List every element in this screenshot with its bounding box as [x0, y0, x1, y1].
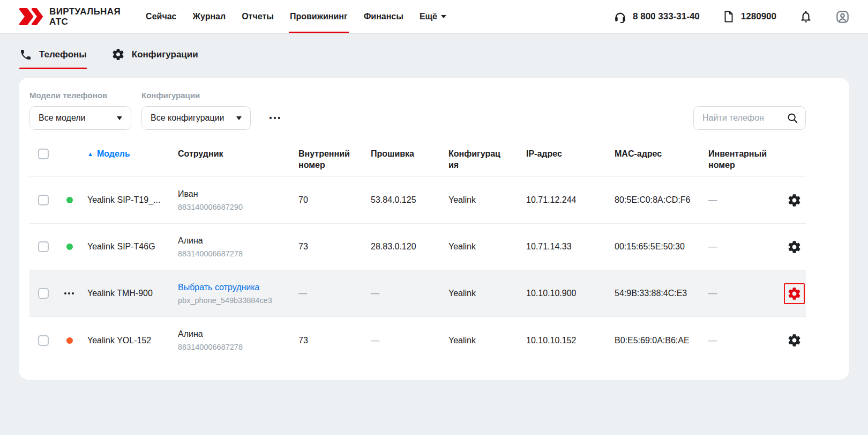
- nav-provisioning[interactable]: Провижининг: [282, 0, 356, 33]
- cell-firmware: —: [371, 289, 448, 298]
- employee-name: Алина: [178, 329, 298, 339]
- row-checkbox[interactable]: [38, 335, 49, 346]
- row-checkbox[interactable]: [38, 195, 49, 205]
- nav-now[interactable]: Сейчас: [138, 0, 184, 33]
- row-settings-button[interactable]: [787, 333, 802, 348]
- row-settings-button[interactable]: [787, 193, 802, 208]
- column-header-configuration: Конфигурация: [448, 149, 504, 171]
- column-header-model-label: Модель: [97, 149, 130, 160]
- row-settings-button[interactable]: [787, 240, 802, 254]
- cell-employee: Алина 883140006687278: [178, 236, 298, 258]
- column-header-inventory: Инвентарный номер: [708, 149, 772, 171]
- status-online-icon: [66, 197, 73, 203]
- column-header-firmware: Прошивка: [371, 149, 448, 160]
- row-checkbox[interactable]: [38, 241, 49, 252]
- row-checkbox[interactable]: [38, 288, 49, 299]
- configurations-select-value: Все конфигурации: [151, 113, 225, 123]
- cell-employee: Иван 883140006687290: [178, 189, 298, 211]
- choose-employee-link[interactable]: Выбрать сотрудника: [178, 283, 298, 292]
- cell-model: Yealink TMH-900: [87, 289, 178, 298]
- gear-icon: [787, 193, 802, 208]
- cell-ip: 10.10.10.152: [526, 336, 615, 345]
- column-header-mac: MAC-адрес: [615, 149, 708, 160]
- employee-name: Алина: [178, 236, 298, 246]
- employee-id: 883140006687278: [178, 249, 298, 258]
- search-input[interactable]: [702, 113, 787, 123]
- configurations-select[interactable]: Все конфигурации: [141, 106, 251, 130]
- brand-logo[interactable]: ВИРТУАЛЬНАЯ АТС: [18, 6, 121, 27]
- filter-models-label: Модели телефонов: [29, 91, 131, 100]
- table-header-row: ▲ Модель Сотрудник Внутренний номер Прош…: [29, 142, 806, 177]
- section-tabs: Телефоны Конфигурации: [0, 33, 868, 69]
- employee-id: 883140006687278: [178, 343, 298, 351]
- table-row: Yealink YOL-152 Алина 883140006687278 73…: [29, 317, 806, 364]
- cell-model: Yealink YOL-152: [87, 336, 178, 345]
- cell-firmware: 28.83.0.120: [371, 242, 448, 252]
- cell-extension: 73: [298, 242, 371, 252]
- models-select[interactable]: Все модели: [29, 106, 131, 130]
- notifications-button[interactable]: [799, 10, 813, 24]
- table-row-highlighted: Yealink TMH-900 Выбрать сотрудника pbx_p…: [29, 270, 806, 317]
- nav-reports[interactable]: Отчеты: [234, 0, 282, 33]
- row-settings-button[interactable]: [787, 286, 802, 301]
- cell-ip: 10.71.12.244: [526, 195, 615, 205]
- cell-model: Yealink SIP-T19_...: [87, 195, 178, 205]
- phone-icon: [19, 48, 32, 61]
- support-phone[interactable]: 8 800 333-31-40: [613, 10, 700, 24]
- nav-more[interactable]: Ещё: [411, 0, 454, 33]
- cell-configuration: Yealink: [448, 289, 526, 298]
- sort-ascending-icon: ▲: [87, 150, 93, 158]
- search-box: [693, 106, 806, 130]
- cell-extension: 70: [298, 195, 371, 205]
- cell-ip: 10.10.10.900: [526, 289, 615, 298]
- status-pending-icon: [64, 292, 74, 294]
- avatar-icon: [835, 10, 850, 24]
- tab-phones[interactable]: Телефоны: [19, 48, 87, 69]
- cell-firmware: 53.84.0.125: [371, 195, 448, 205]
- nav-journal[interactable]: Журнал: [184, 0, 234, 33]
- logo-line-1: ВИРТУАЛЬНАЯ: [49, 6, 121, 17]
- top-bar-right: 8 800 333-31-40 1280900: [613, 10, 850, 24]
- cell-inventory: —: [708, 289, 782, 298]
- status-online-icon: [66, 244, 73, 250]
- cell-configuration: Yealink: [448, 336, 526, 345]
- brand-logo-icon: [18, 6, 43, 27]
- more-filters-button[interactable]: •••: [270, 114, 282, 122]
- cell-configuration: Yealink: [448, 195, 526, 205]
- nav-more-label: Ещё: [420, 12, 437, 21]
- chevron-down-icon: [236, 116, 242, 120]
- filter-models: Модели телефонов Все модели: [29, 90, 131, 130]
- tab-configurations-label: Конфигурации: [132, 49, 198, 60]
- gear-icon: [787, 286, 802, 301]
- column-header-employee: Сотрудник: [178, 149, 298, 160]
- table-row: Yealink SIP-T19_... Иван 883140006687290…: [29, 177, 806, 224]
- tab-phones-label: Телефоны: [39, 49, 87, 60]
- nav-finance[interactable]: Финансы: [356, 0, 411, 33]
- account-number[interactable]: 1280900: [722, 10, 776, 23]
- cell-employee: Выбрать сотрудника pbx_phone_549b33884ce…: [178, 283, 298, 305]
- annotation-highlight-box: [784, 283, 805, 304]
- select-all-checkbox[interactable]: [38, 149, 49, 159]
- search-icon[interactable]: [787, 112, 798, 124]
- table-row: Yealink SIP-T46G Алина 883140006687278 7…: [29, 224, 806, 270]
- profile-button[interactable]: [835, 10, 850, 24]
- cell-mac: 54:9B:33:88:4C:E3: [615, 289, 708, 298]
- cell-inventory: —: [708, 336, 782, 345]
- employee-name: Иван: [178, 189, 298, 199]
- filter-configurations-label: Конфигурации: [141, 91, 251, 100]
- chevron-down-icon: [441, 15, 446, 18]
- gear-icon: [111, 48, 125, 61]
- support-phone-number: 8 800 333-31-40: [633, 11, 700, 22]
- account-number-value: 1280900: [741, 11, 776, 22]
- cell-inventory: —: [708, 242, 782, 252]
- main-card: Модели телефонов Все модели Конфигурации…: [19, 78, 849, 380]
- main-navigation: Сейчас Журнал Отчеты Провижининг Финансы…: [138, 0, 454, 33]
- filter-configurations: Конфигурации Все конфигурации: [141, 90, 251, 130]
- column-header-model[interactable]: ▲ Модель: [87, 149, 178, 160]
- phone-internal-id: pbx_phone_549b33884ce3: [178, 296, 298, 305]
- chevron-down-icon: [117, 116, 122, 120]
- gear-icon: [787, 333, 802, 348]
- bell-icon: [799, 10, 813, 24]
- cell-mac: 80:5E:C0:8A:CD:F6: [615, 195, 708, 205]
- tab-configurations[interactable]: Конфигурации: [111, 48, 198, 69]
